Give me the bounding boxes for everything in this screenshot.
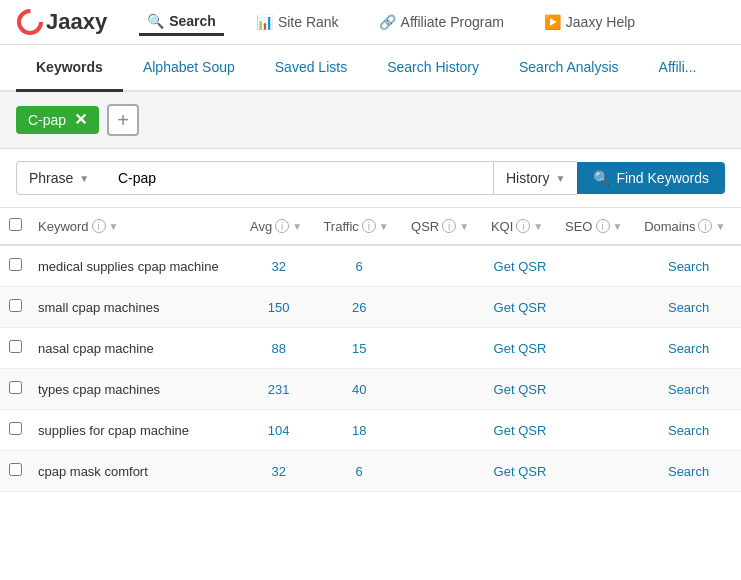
row-keyword: supplies for cpap machine: [30, 410, 242, 451]
svg-point-0: [19, 11, 41, 33]
row-checkbox-cell: [0, 287, 30, 328]
row-domains[interactable]: Search: [636, 328, 741, 369]
row-checkbox-cell: [0, 410, 30, 451]
row-qsr: [403, 328, 483, 369]
subnav-search-analysis[interactable]: Search Analysis: [499, 45, 639, 92]
row-keyword: medical supplies cpap machine: [30, 245, 242, 287]
row-seo: [557, 287, 636, 328]
find-keywords-button[interactable]: 🔍 Find Keywords: [577, 162, 725, 194]
nav-jaaxy-help[interactable]: ▶️ Jaaxy Help: [536, 10, 643, 34]
row-checkbox[interactable]: [9, 299, 22, 312]
row-traffic: 6: [315, 451, 403, 492]
history-dropdown[interactable]: History ▼: [493, 161, 577, 195]
table-row: nasal cpap machine 88 15 Get QSR Search: [0, 328, 741, 369]
results-table-wrap: Keyword i ▼ Avg i ▼ Traffic i: [0, 208, 741, 492]
get-qsr-link[interactable]: Get QSR: [494, 259, 547, 274]
get-qsr-link[interactable]: Get QSR: [494, 300, 547, 315]
phrase-dropdown[interactable]: Phrase ▼: [16, 161, 106, 195]
table-row: medical supplies cpap machine 32 6 Get Q…: [0, 245, 741, 287]
find-keywords-label: Find Keywords: [616, 170, 709, 186]
subnav-keywords[interactable]: Keywords: [16, 45, 123, 92]
keyword-search-input[interactable]: [106, 161, 493, 195]
nav-site-rank[interactable]: 📊 Site Rank: [248, 10, 347, 34]
row-domains[interactable]: Search: [636, 245, 741, 287]
row-checkbox[interactable]: [9, 340, 22, 353]
domains-sort-icon[interactable]: ▼: [715, 221, 725, 232]
subnav-search-history[interactable]: Search History: [367, 45, 499, 92]
row-checkbox-cell: [0, 245, 30, 287]
row-checkbox[interactable]: [9, 463, 22, 476]
search-domains-link[interactable]: Search: [668, 423, 709, 438]
subnav-affili[interactable]: Affili...: [639, 45, 717, 92]
search-bar: Phrase ▼ History ▼ 🔍 Find Keywords: [0, 149, 741, 208]
keyword-info-icon[interactable]: i: [92, 219, 106, 233]
qsr-info-icon[interactable]: i: [442, 219, 456, 233]
row-kqi[interactable]: Get QSR: [483, 369, 557, 410]
search-domains-link[interactable]: Search: [668, 341, 709, 356]
search-domains-link[interactable]: Search: [668, 300, 709, 315]
th-domains: Domains i ▼: [636, 208, 741, 245]
avg-info-icon[interactable]: i: [275, 219, 289, 233]
row-traffic: 40: [315, 369, 403, 410]
kqi-sort-icon[interactable]: ▼: [533, 221, 543, 232]
search-domains-link[interactable]: Search: [668, 259, 709, 274]
row-checkbox[interactable]: [9, 258, 22, 271]
row-traffic: 26: [315, 287, 403, 328]
results-table: Keyword i ▼ Avg i ▼ Traffic i: [0, 208, 741, 492]
search-domains-link[interactable]: Search: [668, 464, 709, 479]
row-kqi[interactable]: Get QSR: [483, 245, 557, 287]
row-checkbox[interactable]: [9, 422, 22, 435]
row-domains[interactable]: Search: [636, 451, 741, 492]
plus-icon: +: [117, 109, 129, 132]
row-keyword: types cpap machines: [30, 369, 242, 410]
row-avg: 231: [242, 369, 315, 410]
nav-affiliate-program[interactable]: 🔗 Affiliate Program: [371, 10, 512, 34]
table-row: small cpap machines 150 26 Get QSR Searc…: [0, 287, 741, 328]
phrase-label: Phrase: [29, 170, 73, 186]
qsr-sort-icon[interactable]: ▼: [459, 221, 469, 232]
find-search-icon: 🔍: [593, 170, 610, 186]
row-domains[interactable]: Search: [636, 410, 741, 451]
row-checkbox[interactable]: [9, 381, 22, 394]
th-keyword: Keyword i ▼: [30, 208, 242, 245]
keyword-sort-icon[interactable]: ▼: [109, 221, 119, 232]
add-tag-button[interactable]: +: [107, 104, 139, 136]
seo-info-icon[interactable]: i: [596, 219, 610, 233]
row-avg: 32: [242, 245, 315, 287]
traffic-sort-icon[interactable]: ▼: [379, 221, 389, 232]
nav-search[interactable]: 🔍 Search: [139, 9, 224, 36]
sub-nav: Keywords Alphabet Soup Saved Lists Searc…: [0, 45, 741, 92]
get-qsr-link[interactable]: Get QSR: [494, 382, 547, 397]
avg-sort-icon[interactable]: ▼: [292, 221, 302, 232]
tag-close-button[interactable]: ✕: [74, 112, 87, 128]
row-qsr: [403, 287, 483, 328]
th-traffic: Traffic i ▼: [315, 208, 403, 245]
row-kqi[interactable]: Get QSR: [483, 328, 557, 369]
row-avg: 32: [242, 451, 315, 492]
get-qsr-link[interactable]: Get QSR: [494, 464, 547, 479]
th-seo: SEO i ▼: [557, 208, 636, 245]
select-all-checkbox[interactable]: [9, 218, 22, 231]
seo-sort-icon[interactable]: ▼: [613, 221, 623, 232]
row-domains[interactable]: Search: [636, 369, 741, 410]
row-seo: [557, 410, 636, 451]
get-qsr-link[interactable]: Get QSR: [494, 341, 547, 356]
kqi-info-icon[interactable]: i: [516, 219, 530, 233]
row-seo: [557, 369, 636, 410]
logo: Jaaxy: [16, 8, 107, 36]
traffic-info-icon[interactable]: i: [362, 219, 376, 233]
row-kqi[interactable]: Get QSR: [483, 287, 557, 328]
table-row: supplies for cpap machine 104 18 Get QSR…: [0, 410, 741, 451]
row-kqi[interactable]: Get QSR: [483, 451, 557, 492]
row-domains[interactable]: Search: [636, 287, 741, 328]
subnav-alphabet-soup[interactable]: Alphabet Soup: [123, 45, 255, 92]
th-qsr: QSR i ▼: [403, 208, 483, 245]
subnav-saved-lists[interactable]: Saved Lists: [255, 45, 367, 92]
domains-info-icon[interactable]: i: [698, 219, 712, 233]
search-domains-link[interactable]: Search: [668, 382, 709, 397]
search-nav-icon: 🔍: [147, 13, 164, 29]
get-qsr-link[interactable]: Get QSR: [494, 423, 547, 438]
row-seo: [557, 328, 636, 369]
top-nav: Jaaxy 🔍 Search 📊 Site Rank 🔗 Affiliate P…: [0, 0, 741, 45]
row-kqi[interactable]: Get QSR: [483, 410, 557, 451]
